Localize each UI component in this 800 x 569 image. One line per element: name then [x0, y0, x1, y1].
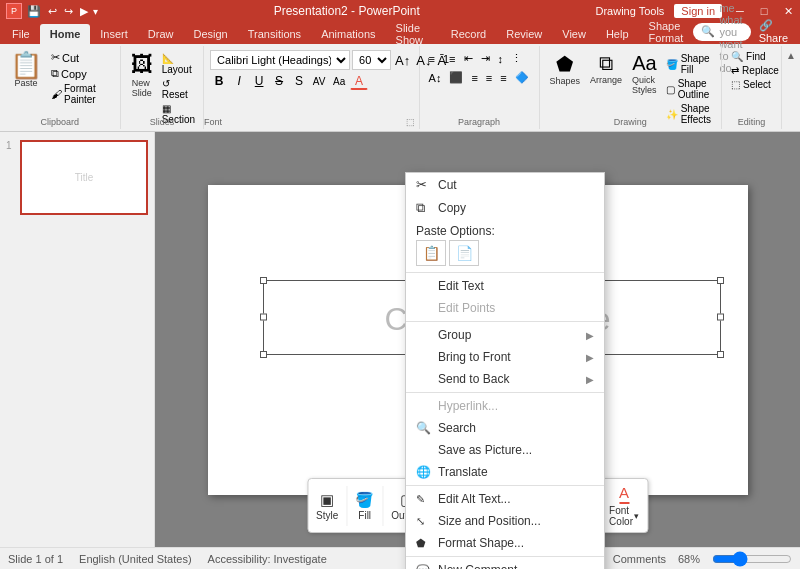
zoom-level: 68%	[678, 553, 700, 565]
italic-button[interactable]: I	[230, 72, 248, 90]
line-spacing-button[interactable]: ↕	[495, 51, 507, 67]
tab-slideshow[interactable]: Slide Show	[386, 24, 441, 44]
numbering-button[interactable]: 1≡	[440, 51, 459, 67]
text-shadow-button[interactable]: S	[290, 72, 308, 90]
tab-draw[interactable]: Draw	[138, 24, 184, 44]
ctx-search[interactable]: 🔍 Search	[406, 417, 604, 439]
tab-transitions[interactable]: Transitions	[238, 24, 311, 44]
status-bar-right: Notes Comments 68%	[572, 553, 792, 565]
ctx-edit-text[interactable]: Edit Text	[406, 275, 604, 297]
reset-button[interactable]: ↺ Reset	[159, 77, 198, 101]
shape-fill-button[interactable]: 🪣 Shape Fill	[663, 52, 715, 76]
tab-home[interactable]: Home	[40, 24, 91, 44]
tab-file[interactable]: File	[2, 24, 40, 44]
quick-styles-icon: Aa	[632, 52, 656, 75]
ctx-group[interactable]: Group ▶	[406, 324, 604, 346]
handle-top-left[interactable]	[260, 277, 267, 284]
smartart-button[interactable]: 🔷	[512, 69, 532, 86]
font-color-button[interactable]: A	[350, 72, 368, 90]
change-case-button[interactable]: Aa	[330, 72, 348, 90]
text-direction-button[interactable]: A↕	[426, 70, 445, 86]
quick-styles-button[interactable]: Aa Quick Styles	[628, 50, 661, 97]
font-dialog-icon[interactable]: ⬚	[406, 117, 415, 127]
select-button[interactable]: ⬚ Select	[728, 78, 775, 91]
ctx-edit-alt[interactable]: ✎ Edit Alt Text...	[406, 488, 604, 510]
sign-in-button[interactable]: Sign in	[674, 4, 722, 18]
justify-button[interactable]: ≡	[497, 70, 509, 86]
paste-opt-2[interactable]: 📄	[449, 240, 479, 266]
strikethrough-button[interactable]: S	[270, 72, 288, 90]
layout-button[interactable]: 📐 Layout	[159, 52, 198, 76]
arrange-button[interactable]: ⧉ Arrange	[586, 50, 626, 87]
align-left-button[interactable]: ⬛	[446, 69, 466, 86]
replace-button[interactable]: ⇄ Replace	[728, 64, 775, 77]
tab-record[interactable]: Record	[441, 24, 496, 44]
ctx-copy[interactable]: ⧉ Copy	[406, 196, 604, 220]
redo-icon[interactable]: ↪	[62, 5, 75, 18]
editing-group-label: Editing	[722, 117, 781, 127]
shape-outline-button[interactable]: ▢ Shape Outline	[663, 77, 715, 101]
decrease-indent-button[interactable]: ⇤	[461, 50, 476, 67]
ribbon-collapse-button[interactable]: ▲	[782, 46, 800, 64]
zoom-slider[interactable]	[712, 553, 792, 565]
ribbon: 📋 Paste ✂ Cut ⧉ Copy 🖌 Format Painter Cl…	[0, 44, 800, 132]
accessibility-info[interactable]: Accessibility: Investigate	[208, 553, 327, 565]
columns-button[interactable]: ⋮	[508, 50, 525, 67]
cut-icon: ✂	[416, 177, 430, 192]
play-icon[interactable]: ▶	[78, 5, 90, 18]
slides-group-label: Slides	[121, 117, 203, 127]
handle-bot-left[interactable]	[260, 351, 267, 358]
tab-animations[interactable]: Animations	[311, 24, 385, 44]
align-center-button[interactable]: ≡	[468, 70, 480, 86]
ctx-sep-1	[406, 272, 604, 273]
ctx-hyperlink: Hyperlink...	[406, 395, 604, 417]
new-slide-button[interactable]: 🖼 New Slide	[127, 50, 157, 100]
format-painter-button[interactable]: 🖌 Format Painter	[48, 82, 114, 106]
tab-view[interactable]: View	[552, 24, 596, 44]
app-icon: P	[6, 3, 22, 19]
ft-style[interactable]: ▣ Style	[308, 486, 347, 526]
ctx-size-position[interactable]: ⤡ Size and Position...	[406, 510, 604, 532]
cut-ribbon-button[interactable]: ✂ Cut	[48, 50, 114, 65]
paste-button[interactable]: 📋 Paste	[6, 50, 46, 90]
increase-font-icon[interactable]: A↑	[393, 53, 412, 68]
ctx-translate[interactable]: 🌐 Translate	[406, 461, 604, 483]
undo-icon[interactable]: ↩	[46, 5, 59, 18]
tab-help[interactable]: Help	[596, 24, 639, 44]
ctx-cut[interactable]: ✂ Cut	[406, 173, 604, 196]
tab-review[interactable]: Review	[496, 24, 552, 44]
shapes-button[interactable]: ⬟ Shapes	[546, 50, 585, 88]
handle-mid-left[interactable]	[260, 314, 267, 321]
tab-design[interactable]: Design	[183, 24, 237, 44]
tell-me-bar[interactable]: 🔍 Tell me what you want to do	[693, 23, 750, 41]
underline-button[interactable]: U	[250, 72, 268, 90]
ft-font-color[interactable]: A Font Color ▾	[601, 479, 647, 532]
bullets-button[interactable]: ≡	[426, 51, 438, 67]
font-name-select[interactable]: Calibri Light (Headings)	[210, 50, 350, 70]
ctx-send-back[interactable]: Send to Back ▶	[406, 368, 604, 390]
ctx-format-shape[interactable]: ⬟ Format Shape...	[406, 532, 604, 554]
clipboard-sub: ✂ Cut ⧉ Copy 🖌 Format Painter	[48, 50, 114, 106]
ctx-bring-front[interactable]: Bring to Front ▶	[406, 346, 604, 368]
copy-ribbon-button[interactable]: ⧉ Copy	[48, 66, 114, 81]
main-area: 1 Title ↻ C	[0, 132, 800, 547]
increase-indent-button[interactable]: ⇥	[478, 50, 493, 67]
shape-format-tab[interactable]: Shape Format	[639, 22, 694, 42]
save-icon[interactable]: 💾	[25, 5, 43, 18]
status-bar: Slide 1 of 1 English (United States) Acc…	[0, 547, 800, 569]
find-button[interactable]: 🔍 Find	[728, 50, 775, 63]
paste-opt-1[interactable]: 📋	[416, 240, 446, 266]
align-right-button[interactable]: ≡	[483, 70, 495, 86]
tab-insert[interactable]: Insert	[90, 24, 138, 44]
bold-button[interactable]: B	[210, 72, 228, 90]
ft-fill[interactable]: 🪣 Fill	[347, 486, 383, 526]
slide-thumbnail[interactable]: Title	[20, 140, 148, 215]
share-button[interactable]: 🔗 Share	[755, 19, 792, 44]
comments-button[interactable]: Comments	[613, 553, 666, 565]
shape-outline-icon: ▢	[666, 84, 675, 95]
ctx-new-comment[interactable]: 💬 New Comment	[406, 559, 604, 569]
font-size-select[interactable]: 60	[352, 50, 391, 70]
char-spacing-button[interactable]: AV	[310, 72, 328, 90]
collapse-icon: ▲	[786, 50, 796, 61]
ctx-save-picture[interactable]: Save as Picture...	[406, 439, 604, 461]
